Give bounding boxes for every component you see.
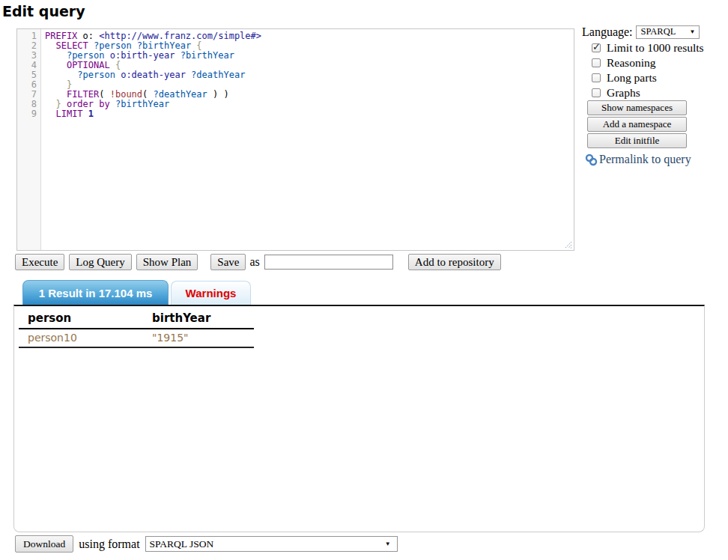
execute-button[interactable]: Execute bbox=[15, 254, 64, 270]
checkbox-graphs[interactable] bbox=[592, 88, 601, 97]
log-query-button[interactable]: Log Query bbox=[69, 254, 131, 270]
tab-1-result-in-17-104-ms[interactable]: 1 Result in 17.104 ms bbox=[22, 280, 169, 305]
resize-grip-icon[interactable] bbox=[562, 238, 572, 249]
download-format-select[interactable]: SPARQL JSON ▼ bbox=[145, 536, 398, 552]
results-table: personbirthYear person10"1915" bbox=[19, 309, 254, 348]
language-label: Language: bbox=[582, 25, 633, 39]
show-plan-button[interactable]: Show Plan bbox=[136, 254, 198, 270]
code-line: ?person o:death-year ?deathYear bbox=[45, 70, 574, 80]
results-panel: personbirthYear person10"1915" bbox=[13, 305, 705, 532]
using-format-label: using format bbox=[79, 538, 139, 551]
results-body: person10"1915" bbox=[19, 329, 254, 347]
show-namespaces-button[interactable]: Show namespaces bbox=[587, 100, 687, 115]
save-button[interactable]: Save bbox=[210, 254, 246, 270]
checkbox-label: Graphs bbox=[607, 86, 640, 100]
column-header-person: person bbox=[19, 309, 143, 329]
option-row-graphs: Graphs bbox=[592, 87, 709, 99]
caret-down-icon: ▼ bbox=[385, 541, 391, 547]
permalink-link[interactable]: Permalink to query bbox=[585, 153, 709, 166]
checkbox-label: Limit to 1000 results bbox=[607, 41, 704, 55]
option-row-reasoning: Reasoning bbox=[592, 57, 709, 69]
checkbox-long-parts[interactable] bbox=[592, 73, 601, 82]
code-area[interactable]: PREFIX o: <http://www.franz.com/simple#>… bbox=[41, 29, 574, 119]
save-as-label: as bbox=[249, 255, 259, 269]
checkbox-limit-to-1000-results[interactable]: ✓ bbox=[592, 43, 601, 52]
option-row-long-parts: Long parts bbox=[592, 72, 709, 84]
check-icon: ✓ bbox=[592, 41, 601, 52]
option-row-limit-to-1000-results: ✓Limit to 1000 results bbox=[592, 42, 709, 54]
page-title: Edit query bbox=[2, 3, 85, 19]
download-format-value: SPARQL JSON bbox=[150, 538, 214, 550]
checkbox-reasoning[interactable] bbox=[592, 58, 601, 67]
results-tabs: 1 Result in 17.104 msWarnings bbox=[22, 280, 251, 305]
result-resource-link[interactable]: person10 bbox=[19, 329, 143, 347]
add-a-namespace-button[interactable]: Add a namespace bbox=[587, 117, 687, 132]
checkbox-label: Reasoning bbox=[607, 56, 655, 70]
table-row: person10"1915" bbox=[19, 329, 254, 347]
query-options-panel: Language: SPARQL ▼ ✓Limit to 1000 result… bbox=[582, 25, 709, 166]
editor-gutter: 123456789 bbox=[17, 29, 41, 250]
line-number: 9 bbox=[17, 109, 37, 119]
result-literal-value: "1915" bbox=[143, 329, 254, 347]
checkbox-label: Long parts bbox=[607, 71, 657, 85]
language-select-value: SPARQL bbox=[641, 26, 676, 37]
column-header-birthyear: birthYear bbox=[143, 309, 254, 329]
caret-down-icon: ▼ bbox=[690, 28, 696, 35]
options-buttons: Show namespacesAdd a namespaceEdit initf… bbox=[582, 100, 709, 148]
language-select[interactable]: SPARQL ▼ bbox=[636, 25, 700, 39]
chain-link-icon bbox=[585, 153, 598, 166]
code-line: } order by ?birthYear bbox=[45, 100, 574, 109]
download-row: Download using format SPARQL JSON ▼ bbox=[15, 535, 398, 553]
tab-warnings[interactable]: Warnings bbox=[171, 281, 251, 305]
save-name-input[interactable] bbox=[264, 255, 393, 270]
code-line: LIMIT 1 bbox=[45, 109, 574, 119]
actions-row: Execute Log Query Show Plan Save as Add … bbox=[15, 254, 501, 270]
results-header-row: personbirthYear bbox=[19, 309, 254, 329]
options-checkboxes: ✓Limit to 1000 resultsReasoningLong part… bbox=[582, 42, 709, 99]
permalink-label: Permalink to query bbox=[599, 153, 691, 166]
edit-initfile-button[interactable]: Edit initfile bbox=[587, 133, 687, 148]
code-line: ?person o:birth-year ?birthYear bbox=[45, 51, 574, 61]
query-editor[interactable]: 123456789 PREFIX o: <http://www.franz.co… bbox=[16, 28, 574, 251]
add-to-repository-button[interactable]: Add to repository bbox=[408, 254, 501, 270]
download-button[interactable]: Download bbox=[15, 535, 73, 553]
